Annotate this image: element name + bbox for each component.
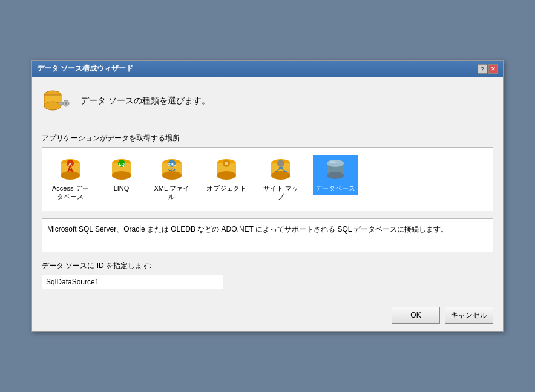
dialog-body: データ ソースの種類を選びます。 アプリケーションがデータを取得する場所 A A	[32, 77, 503, 299]
icon-access-label: Access データベース	[52, 184, 89, 201]
svg-point-31	[277, 160, 284, 167]
close-button[interactable]: ✕	[488, 64, 498, 74]
icon-xml[interactable]: </> XML XML ファイル	[152, 155, 192, 204]
svg-point-30	[271, 171, 290, 180]
wizard-icon	[42, 87, 71, 116]
icon-database[interactable]: データベース	[313, 155, 358, 195]
icon-database-label: データベース	[315, 184, 355, 192]
svg-text:</>: </>	[168, 167, 176, 172]
svg-point-14	[112, 171, 131, 180]
icon-linq-label: LINQ	[114, 184, 130, 192]
svg-point-40	[327, 160, 344, 167]
wizard-dialog: データ ソース構成ウィザード ? ✕ データ ソー	[31, 60, 504, 332]
svg-point-5	[65, 102, 67, 105]
svg-rect-32	[279, 167, 283, 169]
icon-object[interactable]: オブジェクト	[204, 155, 249, 195]
icon-access[interactable]: A A Access データベース	[50, 155, 91, 204]
svg-point-27	[225, 162, 228, 165]
svg-rect-33	[275, 171, 278, 172]
svg-text:XML: XML	[168, 163, 176, 166]
svg-point-41	[330, 161, 336, 163]
icon-object-label: オブジェクト	[206, 184, 246, 192]
id-input[interactable]	[42, 275, 223, 289]
help-button[interactable]: ?	[478, 64, 487, 74]
ok-button[interactable]: OK	[392, 307, 440, 324]
section-label: アプリケーションがデータを取得する場所	[42, 133, 493, 143]
svg-point-19	[162, 171, 182, 180]
svg-text:LQ: LQ	[119, 162, 125, 167]
cancel-button[interactable]: キャンセル	[445, 307, 493, 324]
title-bar: データ ソース構成ウィザード ? ✕	[32, 61, 503, 77]
icon-linq[interactable]: LQ LINQ	[103, 155, 140, 195]
icon-sitemap-label: サイト マップ	[263, 184, 298, 201]
icon-xml-label: XML ファイル	[154, 184, 189, 201]
svg-rect-34	[283, 171, 287, 172]
svg-text:A: A	[68, 162, 72, 167]
header-title: データ ソースの種類を選びます。	[80, 96, 210, 106]
header-section: データ ソースの種類を選びます。	[42, 87, 493, 123]
id-section-label: データ ソースに ID を指定します:	[42, 261, 493, 271]
svg-point-25	[217, 171, 236, 180]
icons-row: A A Access データベース LQ LINQ	[50, 155, 485, 204]
icon-sitemap[interactable]: サイト マップ	[261, 155, 301, 204]
datasource-icons-box: A A Access データベース LQ LINQ	[42, 147, 493, 212]
footer: OK キャンセル	[32, 299, 503, 331]
description-box: Microsoft SQL Server、Oracle または OLEDB など…	[42, 218, 493, 252]
svg-point-39	[327, 172, 344, 179]
dialog-title: データ ソース構成ウィザード	[37, 64, 133, 74]
title-bar-buttons: ? ✕	[478, 64, 498, 74]
description-text: Microsoft SQL Server、Oracle または OLEDB など…	[47, 225, 448, 234]
